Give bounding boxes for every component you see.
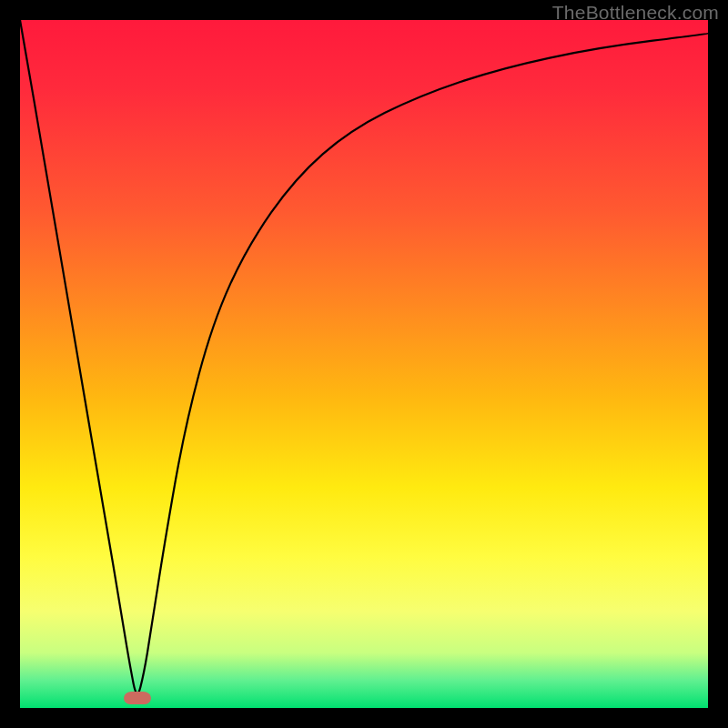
plot-area (20, 20, 708, 708)
chart-frame: TheBottleneck.com (0, 0, 728, 728)
bottleneck-curve (20, 20, 708, 708)
minimum-marker (124, 692, 151, 704)
